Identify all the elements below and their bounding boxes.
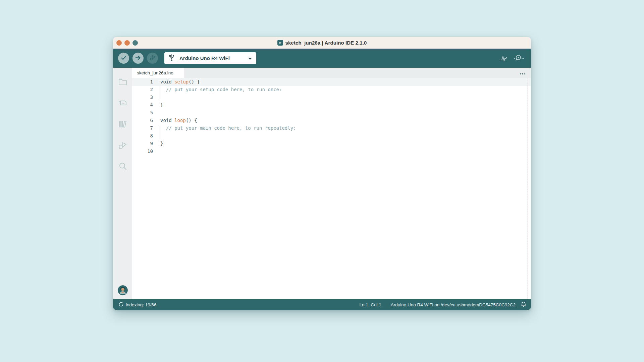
arrow-right-icon	[135, 55, 141, 62]
code-line[interactable]: 10	[132, 147, 531, 155]
tab-label: sketch_jun26a.ino	[137, 70, 173, 75]
debug-button[interactable]	[147, 53, 158, 64]
serial-plotter-icon	[499, 54, 507, 63]
code-text	[153, 147, 160, 155]
line-number: 3	[132, 94, 153, 101]
verify-button[interactable]	[118, 53, 129, 64]
code-text: }	[153, 140, 163, 147]
arduino-infinity-icon: ∞	[277, 40, 283, 46]
code-text: void loop() {	[153, 117, 197, 124]
code-text	[153, 132, 160, 140]
tab-sketch-jun26a[interactable]: sketch_jun26a.ino	[132, 68, 184, 78]
search-icon	[118, 162, 127, 172]
serial-monitor-button[interactable]	[514, 53, 524, 63]
toolbar: Arduino Uno R4 WiFi	[113, 49, 531, 68]
scrollbar-ruler[interactable]	[527, 78, 528, 299]
tab-overflow-menu[interactable]	[520, 68, 526, 78]
line-number: 2	[132, 86, 153, 94]
ellipsis-icon	[520, 70, 526, 76]
line-number: 8	[132, 132, 153, 140]
code-line[interactable]: 8	[132, 132, 531, 140]
code-text: void setup() {	[153, 78, 200, 86]
line-number: 4	[132, 101, 153, 109]
code-line[interactable]: 5	[132, 109, 531, 117]
window-title-group: ∞ sketch_jun26a | Arduino IDE 2.1.0	[277, 40, 367, 46]
close-button[interactable]	[116, 40, 122, 46]
line-number: 7	[132, 124, 153, 132]
bell-icon[interactable]	[521, 301, 526, 308]
debug-bug-icon	[149, 54, 156, 62]
code-line[interactable]: 7 // put your main code here, to run rep…	[132, 124, 531, 132]
line-number: 9	[132, 140, 153, 147]
code-line[interactable]: 2 // put your setup code here, to run on…	[132, 86, 531, 94]
sidebar-item-debug[interactable]	[113, 135, 132, 156]
activity-sidebar	[113, 68, 132, 299]
board-port-status: Arduino Uno R4 WiFi on /dev/cu.usbmodemD…	[391, 302, 516, 307]
board-selector[interactable]: Arduino Uno R4 WiFi	[164, 52, 256, 64]
indexing-status: indexing: 19/66	[126, 302, 157, 307]
check-icon	[120, 55, 127, 62]
zoom-button[interactable]	[132, 40, 138, 46]
code-line[interactable]: 6void loop() {	[132, 117, 531, 124]
serial-plotter-button[interactable]	[499, 54, 507, 63]
line-number: 1	[132, 78, 153, 86]
titlebar: ∞ sketch_jun26a | Arduino IDE 2.1.0	[113, 37, 531, 49]
code-text: // put your main code here, to run repea…	[153, 124, 296, 132]
chevron-down-icon	[248, 55, 252, 61]
upload-button[interactable]	[132, 53, 144, 64]
folder-icon	[118, 77, 127, 87]
code-text	[153, 109, 160, 117]
code-line[interactable]: 9}	[132, 140, 531, 147]
code-editor[interactable]: 1void setup() {2 // put your setup code …	[132, 78, 531, 299]
sidebar-item-library-manager[interactable]	[113, 114, 132, 135]
board-selector-value: Arduino Uno R4 WiFi	[179, 55, 248, 61]
boards-manager-icon	[118, 99, 127, 109]
sidebar-item-boards-manager[interactable]	[113, 93, 132, 114]
code-line[interactable]: 4}	[132, 101, 531, 109]
tab-bar: sketch_jun26a.ino	[132, 68, 531, 78]
library-books-icon	[118, 119, 127, 130]
cursor-position: Ln 1, Col 1	[360, 302, 381, 307]
code-text: // put your setup code here, to run once…	[153, 86, 282, 94]
sidebar-item-sketchbook[interactable]	[113, 72, 132, 93]
line-number: 10	[132, 147, 153, 155]
line-number: 6	[132, 117, 153, 124]
line-number: 5	[132, 109, 153, 117]
profile-avatar[interactable]	[118, 285, 128, 295]
sync-icon	[118, 302, 124, 308]
serial-monitor-icon	[514, 53, 524, 63]
window-title: sketch_jun26a | Arduino IDE 2.1.0	[285, 40, 367, 46]
code-text	[153, 94, 160, 101]
usb-icon	[169, 54, 175, 63]
minimize-button[interactable]	[124, 40, 130, 46]
indent-guide	[160, 86, 160, 101]
code-lines: 1void setup() {2 // put your setup code …	[132, 78, 531, 155]
code-line[interactable]: 3	[132, 94, 531, 101]
main-area: sketch_jun26a.ino 1void setup() {2 // pu…	[113, 68, 531, 299]
arduino-ide-window: ∞ sketch_jun26a | Arduino IDE 2.1.0	[113, 37, 531, 310]
editor-pane: sketch_jun26a.ino 1void setup() {2 // pu…	[132, 68, 531, 299]
sidebar-item-search[interactable]	[113, 156, 132, 177]
traffic-lights	[116, 37, 138, 49]
debug-bug-icon	[118, 140, 127, 151]
code-text: }	[153, 101, 163, 109]
code-line[interactable]: 1void setup() {	[132, 78, 531, 86]
indent-guide	[160, 124, 160, 140]
status-bar: indexing: 19/66 Ln 1, Col 1 Arduino Uno …	[113, 299, 531, 310]
